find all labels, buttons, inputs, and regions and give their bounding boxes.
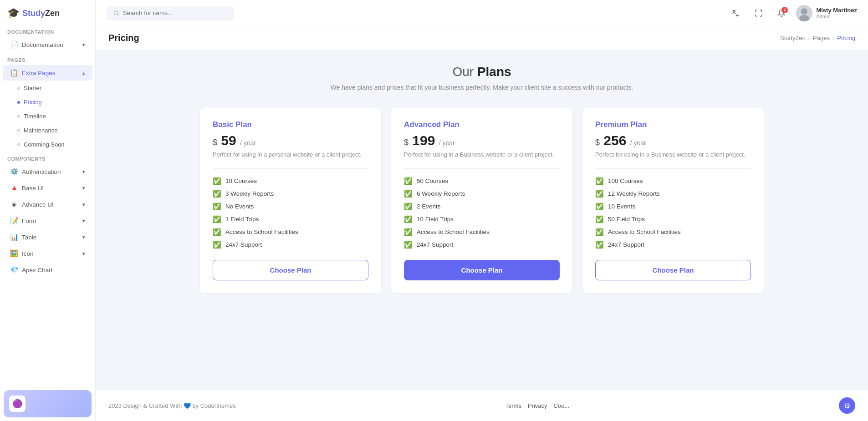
list-item: ✅100 Courses — [595, 177, 751, 185]
translate-button[interactable] — [728, 5, 744, 21]
breadcrumb: StudyZen › Pages › Pricing — [780, 35, 855, 41]
check-icon: ✅ — [595, 190, 603, 198]
sidebar-item-documentation[interactable]: 📄 Documentation ▾ — [3, 37, 92, 52]
base-ui-icon: 🔺 — [10, 184, 18, 192]
logo-icon: 🎓 — [7, 7, 20, 19]
breadcrumb-studyzen[interactable]: StudyZen — [780, 35, 806, 41]
header: 2 Misty Martinez Admin — [96, 0, 868, 26]
list-item: ✅10 Field Trips — [404, 215, 560, 223]
table-icon: 📊 — [10, 233, 18, 241]
basic-plan-choose-button[interactable]: Choose Plan — [213, 260, 368, 280]
sidebar-item-apex-chart[interactable]: 💎 Apex Chart — [3, 262, 92, 278]
dot-outline-icon4 — [17, 143, 20, 146]
sidebar-sub-pricing[interactable]: Pricing — [3, 96, 92, 109]
sidebar-sub-timeline[interactable]: Timeline — [3, 110, 92, 123]
sidebar-bottom-card[interactable]: 🟣 — [4, 390, 92, 417]
user-role: Admin — [816, 14, 857, 19]
check-icon: ✅ — [595, 215, 603, 223]
chevron-down-icon5: ▾ — [82, 218, 85, 224]
sidebar-sub-maintenance[interactable]: Maintenance — [3, 124, 92, 137]
sidebar-item-authentication[interactable]: ⚙️ Authentication ▾ — [3, 164, 92, 179]
svg-point-0 — [114, 11, 118, 15]
section-components-label: Components — [0, 152, 95, 163]
dot-outline-icon2 — [17, 115, 20, 118]
check-icon: ✅ — [213, 190, 221, 198]
sidebar-sub-comming-soon[interactable]: Comming Soon — [3, 138, 92, 151]
footer-privacy-link[interactable]: Privacy — [528, 402, 547, 409]
authentication-icon: ⚙️ — [10, 167, 18, 176]
list-item: ✅3 Weekly Reports — [213, 190, 368, 198]
chevron-down-icon4: ▾ — [82, 202, 85, 208]
search-input[interactable] — [123, 10, 227, 16]
notification-button[interactable]: 2 — [773, 5, 790, 21]
sidebar-item-table[interactable]: 📊 Table ▾ — [3, 229, 92, 245]
footer-heart-icon: 💙 — [184, 402, 191, 409]
footer-links: Terms Privacy Coo... — [505, 402, 570, 409]
section-pages-label: Pages — [0, 53, 95, 65]
sidebar-item-icon[interactable]: 🖼️ Icon ▾ — [3, 246, 92, 261]
advanced-plan-name: Advanced Plan — [404, 120, 560, 129]
translate-icon — [732, 9, 740, 17]
premium-plan-desc: Perfect for using in a Business website … — [595, 150, 751, 159]
list-item: ✅10 Events — [595, 203, 751, 211]
sidebar-item-advance-ui-label: Advance UI — [22, 201, 54, 208]
sidebar-item-base-ui[interactable]: 🔺 Base UI ▾ — [3, 180, 92, 196]
breadcrumb-pages[interactable]: Pages — [813, 35, 830, 41]
notification-badge: 2 — [781, 7, 788, 13]
list-item: ✅1 Field Trips — [213, 215, 368, 223]
check-icon: ✅ — [595, 228, 603, 236]
footer-terms-link[interactable]: Terms — [505, 402, 521, 409]
bottom-card-icon: 🟣 — [9, 396, 26, 412]
breadcrumb-current: Pricing — [837, 35, 855, 41]
sidebar-item-extra-pages[interactable]: 📋 Extra Pages ▴ — [3, 65, 92, 81]
pricing-cards: Basic Plan $ 59 / year Perfect for using… — [108, 107, 855, 294]
sidebar-item-advance-ui[interactable]: ◈ Advance UI ▾ — [3, 197, 92, 212]
basic-plan-divider — [213, 168, 368, 169]
check-icon: ✅ — [595, 177, 603, 185]
logo[interactable]: 🎓 StudyZen — [0, 0, 95, 25]
pricing-card-advanced: Advanced Plan $ 199 / year Perfect for u… — [391, 107, 573, 294]
check-icon: ✅ — [213, 177, 221, 185]
logo-text: StudyZen — [22, 9, 60, 18]
footer-fab-button[interactable]: ⚙ — [839, 397, 855, 414]
sidebar-sub-starter[interactable]: Starter — [3, 81, 92, 95]
list-item: ✅10 Courses — [213, 177, 368, 185]
breadcrumb-bar: Pricing StudyZen › Pages › Pricing — [96, 26, 868, 50]
user-text: Misty Martinez Admin — [816, 7, 857, 19]
list-item: ✅12 Weekly Reports — [595, 190, 751, 198]
svg-point-3 — [801, 8, 807, 15]
advance-ui-icon: ◈ — [10, 200, 18, 208]
footer-copyright: 2023 Design & Crafted With 💙 by Coderthe… — [108, 402, 236, 409]
advanced-plan-divider — [404, 168, 560, 169]
page-title: Pricing — [108, 33, 139, 43]
list-item: ✅2 Events — [404, 203, 560, 211]
list-item: ✅24x7 Support — [213, 241, 368, 249]
pricing-subtext: We have plans and prices that fit your b… — [108, 83, 855, 92]
avatar — [796, 5, 812, 21]
user-name: Misty Martinez — [816, 7, 857, 14]
search-bar[interactable] — [107, 6, 234, 20]
pricing-card-basic: Basic Plan $ 59 / year Perfect for using… — [199, 107, 382, 294]
chevron-up-icon: ▴ — [82, 70, 85, 76]
check-icon: ✅ — [404, 228, 412, 236]
fullscreen-button[interactable] — [751, 5, 767, 21]
basic-plan-desc: Perfect for using in a personal website … — [213, 150, 368, 159]
pricing-card-premium: Premium Plan $ 256 / year Perfect for us… — [582, 107, 764, 294]
chevron-down-icon6: ▾ — [82, 234, 85, 240]
list-item: ✅No Events — [213, 203, 368, 211]
sidebar-item-form[interactable]: 📝 Form ▾ — [3, 213, 92, 228]
check-icon: ✅ — [213, 228, 221, 236]
pricing-heading: Our Plans — [108, 65, 855, 79]
search-icon — [113, 10, 119, 16]
chevron-down-icon3: ▾ — [82, 185, 85, 191]
footer-cookie-link[interactable]: Coo... — [554, 402, 570, 409]
sidebar-sub-starter-label: Starter — [24, 85, 41, 91]
user-info[interactable]: Misty Martinez Admin — [796, 5, 857, 21]
advanced-plan-choose-button[interactable]: Choose Plan — [404, 260, 560, 280]
documentation-icon: 📄 — [10, 41, 18, 49]
advanced-plan-price: $ 199 / year — [404, 133, 560, 148]
premium-plan-choose-button[interactable]: Choose Plan — [595, 260, 751, 280]
svg-line-1 — [117, 14, 118, 15]
sidebar-sub-comming-soon-label: Comming Soon — [24, 141, 65, 148]
sidebar-sub-pricing-label: Pricing — [24, 99, 42, 106]
